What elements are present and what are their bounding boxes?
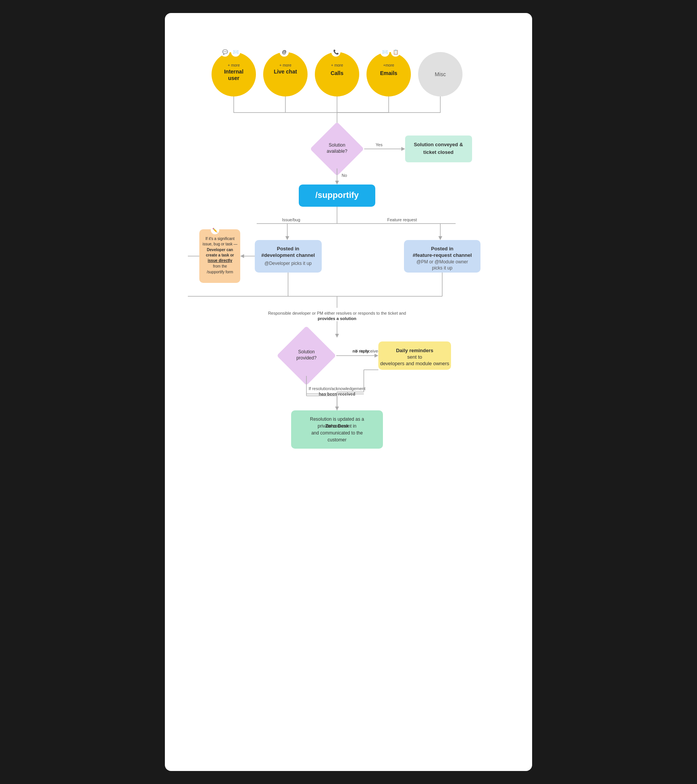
orange-box-line1: If it's a significant (205, 237, 235, 241)
svg-text:📋: 📋 (393, 49, 399, 55)
diamond1-text1: Solution (329, 142, 345, 148)
circle2-label: Live chat (274, 69, 297, 75)
svg-marker-35 (240, 254, 244, 258)
res-line4: customer (327, 437, 346, 443)
dev-channel-title2: #development channel (261, 252, 315, 258)
svg-marker-24 (335, 181, 339, 184)
dev-channel-title1: Posted in (277, 246, 299, 252)
feature-channel-title1: Posted in (431, 246, 454, 252)
svg-rect-22 (405, 135, 472, 162)
issue-bug-label: Issue/bug (282, 217, 300, 222)
circle1-label: Internal (224, 69, 244, 75)
supportify-btn[interactable]: /supportify (315, 190, 359, 200)
orange-box-line6: from the (213, 264, 227, 268)
page-container: 💬 ✉️ + more Internal user @ + more Live … (165, 13, 532, 771)
feature-request-label: Feature request (387, 217, 417, 222)
provides-solution: provides a solution (318, 316, 357, 321)
svg-text:✉️: ✉️ (233, 49, 239, 55)
daily-rem-line2: sent to (407, 354, 422, 360)
res-line2b: Zoho Desk (325, 423, 349, 429)
diamond1-text2: available? (327, 148, 347, 154)
diamond2-text1: Solution (298, 349, 314, 354)
circle4-label: Emails (380, 70, 397, 76)
circle2-more: + more (279, 63, 291, 68)
circle1-more: + more (228, 63, 240, 68)
svg-text:✏️: ✏️ (212, 227, 218, 233)
circle1-label2: user (228, 75, 240, 81)
dev-channel-sub: @Developer picks it up (264, 261, 312, 266)
solution-box-line1: Solution conveyed & (414, 142, 463, 147)
svg-text:💬: 💬 (222, 49, 228, 55)
svg-text:📞: 📞 (333, 49, 339, 55)
ack-label: If resolution/acknowledgement (309, 386, 366, 391)
no-label: No (342, 173, 347, 178)
circle5-label: Misc (435, 71, 446, 77)
circle3-more: + more (331, 63, 343, 68)
feature-channel-sub1: @PM or @Module owner (416, 259, 468, 265)
svg-text:@: @ (282, 49, 286, 55)
circle3-label: Calls (330, 70, 344, 76)
orange-box-line3: Developer can (207, 248, 233, 252)
orange-box-line4: create a task or (206, 253, 234, 257)
orange-box-line2: issue, bug or task — (202, 242, 237, 246)
res-line3: and communicated to the (311, 430, 363, 436)
feature-channel-title2: #feature-request channel (413, 252, 472, 258)
svg-marker-29 (285, 236, 289, 240)
res-line1: Resolution is updated as a (310, 417, 364, 422)
daily-rem-bold: Daily reminders (396, 348, 434, 353)
orange-box-line5: issue directly (208, 259, 232, 263)
no-reply-label2: is received (360, 349, 381, 353)
svg-marker-50 (375, 354, 378, 357)
svg-rect-61 (291, 410, 383, 449)
flowchart-svg: 💬 ✉️ + more Internal user @ + more Live … (188, 28, 517, 756)
svg-marker-31 (438, 236, 442, 240)
diamond2-text2: provided? (296, 355, 317, 361)
responsible-line: Responsible developer or PM either resol… (268, 311, 406, 315)
orange-box-line7: /supportify form (207, 270, 233, 274)
solution-box-line2: ticket closed (424, 149, 454, 155)
svg-marker-21 (401, 147, 405, 151)
feature-channel-sub2: picks it up (432, 265, 452, 271)
circle4-more: +more (383, 63, 395, 68)
yes-label: Yes (376, 142, 383, 147)
daily-rem-line3: developers and module owners (380, 361, 449, 366)
svg-text:✉️: ✉️ (382, 49, 388, 55)
svg-marker-47 (335, 334, 339, 338)
